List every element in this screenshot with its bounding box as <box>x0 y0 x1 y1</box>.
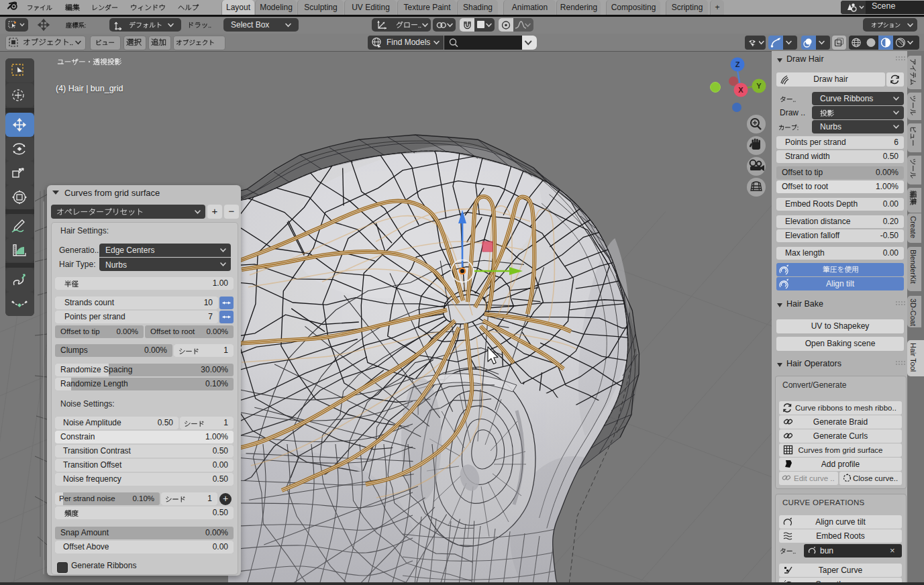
svg-text:X: X <box>738 86 743 94</box>
svg-text:Y: Y <box>756 82 762 90</box>
svg-text:Z: Z <box>735 60 740 68</box>
